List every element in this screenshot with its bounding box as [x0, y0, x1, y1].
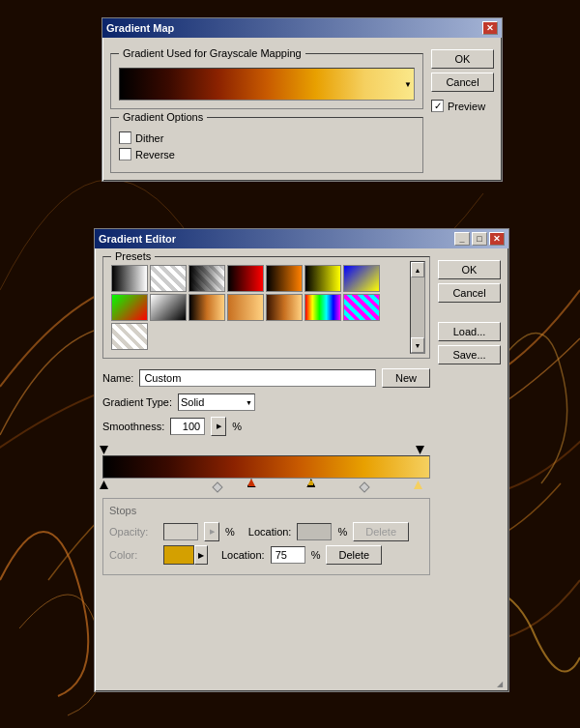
- gradient-map-title-bar[interactable]: Gradient Map ✕: [102, 18, 502, 38]
- diamond-stop-left[interactable]: [212, 481, 222, 492]
- preset-multi[interactable]: [304, 294, 341, 321]
- presets-label: Presets: [111, 250, 155, 262]
- top-stops-area: [102, 442, 430, 455]
- load-button[interactable]: Load...: [438, 322, 501, 341]
- gradient-preview-bar[interactable]: ▼: [119, 68, 415, 101]
- stops-label: Stops: [109, 505, 423, 516]
- preset-copper[interactable]: [188, 294, 225, 321]
- color-location-input[interactable]: [271, 546, 305, 564]
- presets-grid-area: [107, 261, 408, 354]
- preview-checkmark: ✓: [434, 101, 442, 111]
- gradient-editor-left: Presets: [102, 256, 430, 575]
- reverse-label: Reverse: [135, 149, 175, 160]
- color-stop-red[interactable]: [247, 479, 256, 487]
- gradient-editor-title: Gradient Editor: [99, 233, 176, 245]
- dither-checkbox[interactable]: [119, 131, 131, 144]
- title-bar-buttons: ✕: [482, 21, 498, 35]
- preset-brown[interactable]: [266, 294, 303, 321]
- gradient-preview-container[interactable]: ▼: [119, 68, 415, 101]
- name-label: Name:: [102, 372, 133, 384]
- gradient-editor-title-bar[interactable]: Gradient Editor _ □ ✕: [95, 229, 508, 248]
- color-stop-gold[interactable]: [306, 479, 315, 487]
- color-stop-right[interactable]: [414, 480, 422, 489]
- smoothness-spinner-btn[interactable]: ▶: [211, 417, 226, 436]
- reverse-checkbox[interactable]: [119, 148, 131, 160]
- preset-diag1[interactable]: [343, 265, 380, 292]
- gradient-map-cancel-button[interactable]: Cancel: [431, 73, 494, 92]
- reverse-row: Reverse: [119, 148, 415, 160]
- gradient-map-title: Gradient Map: [106, 22, 174, 34]
- gradient-type-select[interactable]: Solid Noise: [178, 393, 255, 411]
- presets-scrollbar[interactable]: ▲ ▼: [410, 261, 425, 354]
- gradient-map-dialog: Gradient Map ✕ Gradient Used for Graysca…: [102, 17, 503, 182]
- maximize-button[interactable]: □: [472, 232, 487, 246]
- close-button[interactable]: ✕: [482, 21, 498, 35]
- midpoint-diamond-right[interactable]: [361, 481, 368, 493]
- dither-row: Dither: [119, 131, 415, 144]
- gradient-dropdown-arrow: ▼: [404, 80, 412, 89]
- preset-diag3[interactable]: [150, 294, 187, 321]
- preset-diag2[interactable]: [111, 294, 148, 321]
- preset-transparent[interactable]: [150, 265, 187, 292]
- diamond-stop-right[interactable]: [360, 481, 370, 492]
- smoothness-unit: %: [232, 421, 242, 432]
- opacity-stop-right[interactable]: [416, 446, 424, 454]
- preview-checkbox[interactable]: ✓: [431, 100, 444, 112]
- gradient-main-bar[interactable]: [102, 455, 430, 479]
- preset-yellow[interactable]: [304, 265, 341, 292]
- minimize-button[interactable]: _: [454, 232, 470, 246]
- presets-container: ▲ ▼: [107, 261, 425, 354]
- color-dropdown-arrow[interactable]: ▶: [194, 545, 208, 565]
- preview-row: ✓ Preview: [431, 100, 494, 112]
- gradient-type-label: Gradient Type:: [102, 396, 172, 408]
- color-swatch-area[interactable]: ▶: [163, 545, 208, 565]
- name-row: Name: New: [102, 368, 430, 388]
- gradient-editor-ok-button[interactable]: OK: [438, 260, 501, 279]
- gradient-map-body: Gradient Used for Grayscale Mapping ▼ Gr…: [102, 38, 502, 181]
- gradient-editor-close-button[interactable]: ✕: [489, 232, 505, 246]
- bottom-stops-area: [102, 479, 430, 492]
- gradient-editor-dialog: Gradient Editor _ □ ✕ Presets: [94, 228, 509, 692]
- color-swatch[interactable]: [163, 545, 194, 565]
- presets-group: Presets: [102, 256, 430, 359]
- preset-bw[interactable]: [111, 265, 148, 292]
- button-spacer: [438, 306, 501, 318]
- color-delete-button[interactable]: Delete: [326, 545, 382, 565]
- scroll-down-arrow[interactable]: ▼: [411, 337, 424, 353]
- smoothness-input[interactable]: [170, 418, 205, 435]
- opacity-delete-button: Delete: [353, 522, 409, 541]
- gradient-editor-body: Presets: [95, 248, 508, 583]
- new-button[interactable]: New: [382, 368, 430, 388]
- gradient-map-ok-button[interactable]: OK: [431, 49, 494, 69]
- midpoint-diamond-left[interactable]: [214, 481, 221, 493]
- name-input[interactable]: [139, 369, 376, 387]
- opacity-unit: %: [225, 526, 235, 538]
- preset-orange[interactable]: [266, 265, 303, 292]
- presets-grid: [107, 261, 408, 354]
- opacity-stop-left[interactable]: [100, 446, 108, 454]
- save-button[interactable]: Save...: [438, 345, 501, 364]
- gradient-used-label: Gradient Used for Grayscale Mapping: [119, 47, 305, 59]
- gradient-map-buttons: OK Cancel ✓ Preview: [431, 45, 494, 173]
- resize-grip[interactable]: ◢: [497, 680, 508, 691]
- scroll-up-arrow[interactable]: ▲: [411, 262, 424, 277]
- preset-checker2[interactable]: [111, 323, 148, 350]
- gradient-type-wrapper: Solid Noise: [178, 393, 255, 411]
- preset-r2[interactable]: [227, 294, 264, 321]
- gradient-used-group: Gradient Used for Grayscale Mapping ▼: [110, 53, 423, 109]
- gradient-editor-cancel-button[interactable]: Cancel: [438, 283, 501, 303]
- gradient-type-row: Gradient Type: Solid Noise: [102, 393, 430, 411]
- opacity-location-unit: %: [337, 526, 347, 538]
- gradient-map-left: Gradient Used for Grayscale Mapping ▼ Gr…: [110, 45, 423, 173]
- preset-bwtrans[interactable]: [188, 265, 225, 292]
- gradient-bar-area: [102, 442, 430, 492]
- gradient-editor-main: Presets: [102, 256, 501, 575]
- color-stop-left[interactable]: [100, 480, 108, 489]
- preset-red[interactable]: [227, 265, 264, 292]
- gradient-options-group: Gradient Options Dither Reverse: [110, 117, 423, 173]
- preset-checker[interactable]: [343, 294, 380, 321]
- stops-section: Stops Opacity: ▶ % Location: % Delete: [102, 498, 430, 575]
- color-location-label: Location:: [221, 549, 265, 561]
- opacity-spinner-btn: ▶: [204, 522, 219, 541]
- scroll-track[interactable]: [411, 277, 424, 337]
